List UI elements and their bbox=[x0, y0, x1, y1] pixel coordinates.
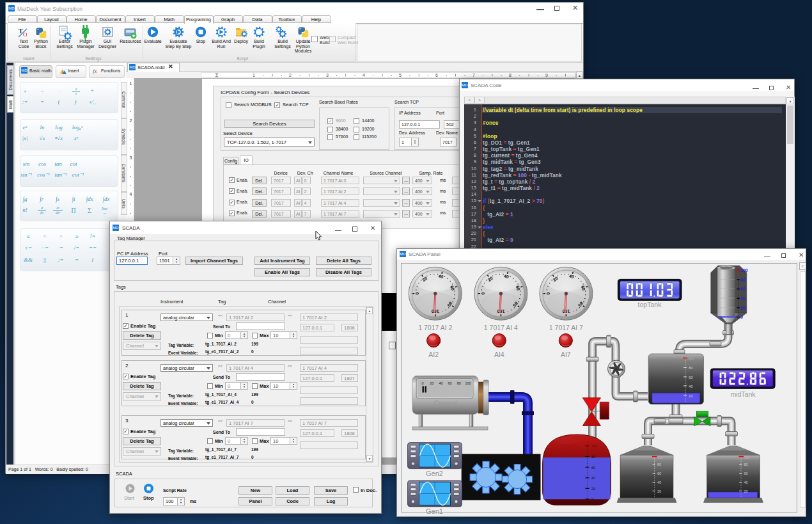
svg-text:0: 0 bbox=[591, 497, 593, 501]
svg-text:100: 100 bbox=[744, 456, 750, 459]
svg-text:60: 60 bbox=[657, 472, 661, 475]
svg-text:100: 100 bbox=[740, 268, 748, 273]
svg-text:AI4: AI4 bbox=[494, 351, 504, 358]
svg-text:topTank: topTank bbox=[638, 301, 662, 308]
svg-text:80: 80 bbox=[457, 381, 461, 385]
svg-text:80: 80 bbox=[657, 463, 661, 466]
svg-text:0: 0 bbox=[415, 292, 419, 295]
svg-text:midTank: midTank bbox=[730, 390, 756, 398]
svg-text:100: 100 bbox=[658, 456, 664, 459]
svg-text:80: 80 bbox=[744, 463, 748, 466]
svg-text:1 7017 AI 7: 1 7017 AI 7 bbox=[549, 324, 583, 331]
svg-text:40: 40 bbox=[439, 381, 442, 385]
svg-text:0: 0 bbox=[546, 292, 550, 295]
svg-text:80: 80 bbox=[689, 366, 693, 370]
svg-text:20: 20 bbox=[430, 381, 433, 385]
svg-text:60: 60 bbox=[689, 376, 693, 379]
svg-text:40: 40 bbox=[657, 480, 661, 484]
svg-text:100: 100 bbox=[591, 444, 597, 448]
svg-text:80: 80 bbox=[740, 278, 746, 282]
svg-text:1 7017 AI 2: 1 7017 AI 2 bbox=[418, 324, 452, 331]
svg-text:60: 60 bbox=[744, 472, 748, 475]
svg-text:40: 40 bbox=[744, 480, 748, 484]
svg-text:20: 20 bbox=[740, 306, 746, 310]
svg-text:20: 20 bbox=[744, 489, 748, 493]
svg-text:40: 40 bbox=[689, 385, 693, 388]
svg-text:40: 40 bbox=[740, 296, 746, 301]
svg-text:20: 20 bbox=[689, 394, 693, 398]
svg-text:0: 0 bbox=[740, 315, 743, 319]
svg-text:Gen2: Gen2 bbox=[426, 470, 443, 477]
svg-text:0: 0 bbox=[481, 292, 485, 295]
svg-text:60: 60 bbox=[448, 381, 452, 385]
svg-text:AI7: AI7 bbox=[561, 351, 571, 358]
svg-text:20: 20 bbox=[657, 489, 661, 493]
svg-text:AI2: AI2 bbox=[428, 351, 439, 358]
svg-text:Gen1: Gen1 bbox=[426, 507, 443, 515]
svg-text:60: 60 bbox=[740, 287, 746, 291]
svg-text:100: 100 bbox=[465, 381, 471, 385]
svg-text:Current: Current bbox=[433, 399, 457, 407]
svg-text:40: 40 bbox=[591, 476, 595, 480]
svg-text:0: 0 bbox=[422, 381, 424, 385]
svg-text:80: 80 bbox=[591, 455, 595, 459]
svg-text:1 7017 AI 4: 1 7017 AI 4 bbox=[484, 324, 518, 331]
svg-text:20: 20 bbox=[591, 487, 595, 491]
svg-text:60: 60 bbox=[591, 466, 595, 470]
svg-text:100: 100 bbox=[689, 357, 694, 361]
